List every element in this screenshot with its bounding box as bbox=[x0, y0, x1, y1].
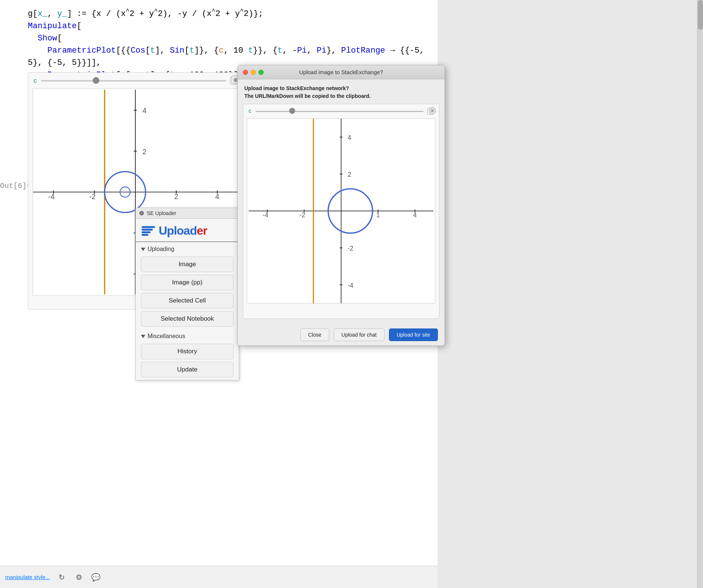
close-traffic-light[interactable] bbox=[243, 70, 248, 75]
svg-text:-2: -2 bbox=[300, 211, 306, 219]
dialog-desc-line1: Upload image to StackExchange network? bbox=[244, 85, 438, 92]
slider-thumb[interactable] bbox=[93, 77, 99, 84]
history-button[interactable]: History bbox=[141, 344, 234, 359]
dialog-slider-thumb[interactable] bbox=[289, 108, 295, 114]
svg-text:-4: -4 bbox=[263, 211, 268, 219]
traffic-lights bbox=[243, 70, 264, 75]
radio-dot-icon bbox=[139, 211, 144, 215]
svg-text:-4: -4 bbox=[48, 193, 55, 201]
selected-notebook-button[interactable]: Selected Notebook bbox=[141, 311, 234, 327]
close-button[interactable]: Close bbox=[300, 328, 329, 341]
svg-text:-2: -2 bbox=[347, 245, 353, 252]
se-uploader-panel: SE Uploader Uploader Uploading Image Ima… bbox=[135, 208, 239, 380]
svg-text:1: 1 bbox=[376, 211, 380, 219]
dialog-content: ✕ c + bbox=[238, 104, 445, 324]
minimize-traffic-light[interactable] bbox=[251, 70, 256, 75]
se-uploader-header: SE Uploader bbox=[136, 208, 239, 219]
refresh-icon[interactable]: ↻ bbox=[57, 572, 67, 582]
dialog-plot: -4 -2 1 4 2 -2 4 -4 bbox=[247, 118, 435, 304]
code-line-2: Manipulate[ bbox=[28, 20, 428, 32]
code-line-3: Show[ bbox=[28, 32, 428, 44]
update-button[interactable]: Update bbox=[141, 362, 234, 377]
code-line-1: g[x_, y_] := {x / (x^2 + y^2), -y / (x^2… bbox=[28, 7, 428, 20]
miscellaneous-section-header: Miscellaneous bbox=[136, 329, 239, 341]
scrollbar-thumb[interactable] bbox=[698, 0, 703, 30]
upload-for-chat-button[interactable]: Upload for chat bbox=[334, 328, 384, 341]
dialog-footer: Close Upload for chat Upload for site bbox=[238, 324, 445, 346]
logo-text-er: er bbox=[197, 224, 207, 237]
out-label: Out[6]= bbox=[0, 182, 24, 190]
svg-text:-4: -4 bbox=[347, 282, 353, 289]
slider-label: c bbox=[33, 77, 37, 85]
image-button[interactable]: Image bbox=[141, 257, 234, 272]
scrollbar[interactable] bbox=[697, 0, 703, 588]
notebook-toolbar: manipulate style... ↻ ⚙ 💬 bbox=[0, 566, 438, 588]
svg-text:-2: -2 bbox=[89, 193, 95, 201]
settings-icon[interactable]: ⚙ bbox=[74, 572, 84, 582]
slider-track[interactable] bbox=[41, 80, 226, 82]
svg-text:2: 2 bbox=[142, 148, 146, 156]
upload-dialog: Upload image to StackExchange? Upload im… bbox=[237, 65, 445, 346]
logo-line-1 bbox=[142, 226, 155, 228]
svg-text:4: 4 bbox=[413, 211, 417, 219]
se-uploader-title: SE Uploader bbox=[147, 210, 176, 216]
image-pp-button[interactable]: Image (pp) bbox=[141, 275, 234, 290]
svg-text:4: 4 bbox=[142, 107, 146, 115]
maximize-traffic-light[interactable] bbox=[258, 70, 264, 75]
se-uploader-logo-area: Uploader bbox=[136, 219, 239, 242]
miscellaneous-label: Miscellaneous bbox=[148, 333, 185, 340]
dialog-title: Upload image to StackExchange? bbox=[299, 69, 383, 75]
upload-for-site-button[interactable]: Upload for site bbox=[389, 328, 438, 341]
logo-text-upload: Upload bbox=[159, 224, 197, 237]
uploader-logo-text: Uploader bbox=[159, 224, 207, 238]
logo-line-3 bbox=[142, 231, 151, 233]
dialog-description: Upload image to StackExchange network? T… bbox=[238, 79, 445, 104]
svg-text:2: 2 bbox=[174, 193, 178, 201]
svg-text:4: 4 bbox=[347, 134, 351, 141]
svg-text:4: 4 bbox=[215, 193, 219, 201]
uploading-section-header: Uploading bbox=[136, 242, 239, 254]
chat-icon[interactable]: 💬 bbox=[91, 572, 101, 582]
dialog-slider-label: c bbox=[248, 108, 252, 115]
dialog-plot-svg: -4 -2 1 4 2 -2 4 -4 bbox=[247, 119, 435, 303]
triangle-down-icon bbox=[141, 248, 145, 251]
dialog-titlebar: Upload image to StackExchange? bbox=[238, 65, 445, 79]
uploader-logo-icon bbox=[142, 226, 155, 236]
toolbar-style-link[interactable]: manipulate style... bbox=[5, 574, 50, 580]
logo-line-2 bbox=[142, 229, 153, 231]
triangle-down-icon-misc bbox=[141, 335, 145, 338]
logo-line-4 bbox=[142, 234, 148, 236]
dialog-slider-row: c + bbox=[243, 104, 439, 117]
selected-cell-button[interactable]: Selected Cell bbox=[141, 293, 234, 308]
dialog-preview-close[interactable]: ✕ bbox=[429, 107, 436, 115]
dialog-preview-box: ✕ c + bbox=[243, 104, 439, 319]
slider-row: c + bbox=[28, 73, 242, 87]
dialog-slider-track[interactable] bbox=[255, 111, 423, 112]
uploading-label: Uploading bbox=[148, 246, 174, 252]
dialog-desc-line2: The URL/MarkDown will be copied to the c… bbox=[244, 92, 438, 100]
svg-text:2: 2 bbox=[347, 171, 351, 178]
